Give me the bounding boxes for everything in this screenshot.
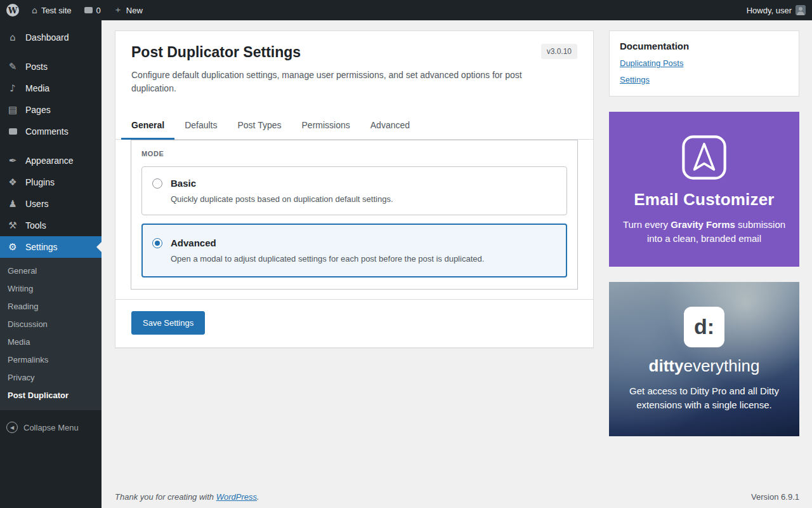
mode-option-basic[interactable]: Basic Quickly duplicate posts based on d… [141, 166, 567, 215]
page-description: Configure default duplication settings, … [131, 69, 525, 95]
mode-option-advanced[interactable]: Advanced Open a modal to adjust duplicat… [141, 224, 567, 277]
mode-fieldset: MODE Basic Quickly duplicate posts based… [131, 140, 578, 290]
advanced-radio[interactable] [152, 238, 162, 248]
submenu-item-privacy[interactable]: Privacy [0, 369, 102, 387]
submenu-item-reading[interactable]: Reading [0, 298, 102, 316]
ditty-ad-banner[interactable]: d: dittyeverything Get access to Ditty P… [609, 282, 799, 436]
ditty-logo-icon: d: [684, 307, 724, 347]
comment-bubble-icon [84, 7, 93, 13]
tools-icon: ⚒ [6, 220, 19, 231]
sidebar-item-dashboard[interactable]: ⌂ Dashboard [0, 27, 102, 48]
pages-icon: ▤ [6, 104, 19, 116]
page-title: Post Duplicator Settings [131, 44, 301, 61]
sidebar-item-comments[interactable]: Comments [0, 121, 102, 142]
menu-separator [0, 48, 102, 56]
sidebar-item-label: Settings [25, 241, 58, 253]
avatar [796, 5, 806, 15]
ditty-ad-title: dittyeverything [649, 356, 760, 376]
comments-icon [6, 126, 19, 137]
sidebar-item-settings[interactable]: ⚙ Settings [0, 236, 102, 258]
sidebar-item-plugins[interactable]: ❖ Plugins [0, 171, 102, 193]
collapse-arrow-icon: ◀ [6, 422, 18, 433]
howdy-text: Howdy, user [747, 6, 792, 15]
sidebar-item-pages[interactable]: ▤ Pages [0, 99, 102, 121]
new-content-menu[interactable]: ＋ New [107, 0, 149, 20]
option-title: Advanced [171, 237, 484, 248]
email-customizer-ad-banner[interactable]: Email Customizer Turn every Gravity Form… [609, 112, 799, 267]
sidebar-item-label: Posts [25, 61, 48, 72]
plus-icon: ＋ [114, 4, 122, 16]
site-name: Test site [41, 6, 72, 15]
new-label: New [126, 6, 143, 15]
admin-footer: Thank you for creating with WordPress. V… [102, 485, 812, 508]
brush-icon: ✒ [6, 155, 19, 166]
sidebar-item-label: Plugins [25, 177, 55, 188]
email-customizer-logo-icon [680, 133, 728, 182]
dashboard-icon: ⌂ [6, 32, 19, 43]
submenu-item-general[interactable]: General [0, 262, 102, 280]
documentation-title: Documentation [620, 41, 789, 51]
basic-radio[interactable] [152, 178, 162, 189]
wordpress-link[interactable]: WordPress [216, 492, 257, 502]
sidebar-item-media[interactable]: ♪ Media [0, 77, 102, 99]
doc-link-settings[interactable]: Settings [620, 75, 789, 84]
settings-icon: ⚙ [6, 241, 19, 253]
option-description: Quickly duplicate posts based on duplica… [171, 194, 393, 204]
sidebar-item-tools[interactable]: ⚒ Tools [0, 215, 102, 236]
sidebar-item-users[interactable]: ♟ Users [0, 193, 102, 215]
wordpress-logo-menu[interactable]: W [0, 0, 25, 20]
collapse-menu-button[interactable]: ◀ Collapse Menu [0, 415, 102, 439]
sidebar-item-label: Comments [25, 126, 69, 137]
admin-bar: W ⌂ Test site 0 ＋ New Howdy, user [0, 0, 812, 20]
submenu-item-permalinks[interactable]: Permalinks [0, 351, 102, 369]
footer-version: Version 6.9.1 [751, 492, 799, 502]
account-menu[interactable]: Howdy, user [740, 5, 812, 15]
home-icon: ⌂ [32, 5, 37, 15]
version-badge: v3.0.10 [541, 44, 577, 59]
doc-link-duplicating-posts[interactable]: Duplicating Posts [620, 58, 789, 68]
documentation-card: Documentation Duplicating Posts Settings [609, 30, 799, 97]
save-settings-button[interactable]: Save Settings [131, 311, 205, 335]
collapse-menu-label: Collapse Menu [23, 423, 79, 432]
post-duplicator-settings-card: Post Duplicator Settings v3.0.10 Configu… [115, 30, 594, 348]
sidebar-item-label: Dashboard [25, 32, 69, 43]
sidebar-item-label: Users [25, 198, 49, 210]
tab-permissions[interactable]: Permissions [292, 110, 360, 140]
site-name-link[interactable]: ⌂ Test site [25, 0, 78, 20]
plugin-icon: ❖ [6, 177, 19, 188]
media-icon: ♪ [6, 83, 19, 94]
admin-sidebar: ⌂ Dashboard ✎ Posts ♪ Media ▤ Pages Comm… [0, 20, 102, 508]
submenu-item-discussion[interactable]: Discussion [0, 316, 102, 333]
tab-general[interactable]: General [121, 110, 174, 140]
option-description: Open a modal to adjust duplicated settin… [171, 254, 484, 264]
sidebar-item-appearance[interactable]: ✒ Appearance [0, 150, 102, 171]
submenu-item-writing[interactable]: Writing [0, 280, 102, 298]
tab-defaults[interactable]: Defaults [174, 110, 227, 140]
submenu-item-media[interactable]: Media [0, 333, 102, 351]
sidebar-item-label: Appearance [25, 155, 74, 166]
sidebar-item-posts[interactable]: ✎ Posts [0, 56, 102, 77]
settings-tabs: General Defaults Post Types Permissions … [115, 110, 593, 140]
settings-card-header: Post Duplicator Settings v3.0.10 Configu… [115, 31, 593, 110]
content-area: Post Duplicator Settings v3.0.10 Configu… [102, 0, 812, 508]
mode-section-label: MODE [141, 150, 567, 157]
tab-advanced[interactable]: Advanced [360, 110, 420, 140]
option-title: Basic [171, 178, 393, 189]
sidebar-item-label: Tools [25, 220, 46, 231]
pin-icon: ✎ [6, 61, 19, 72]
menu-separator [0, 142, 102, 150]
tab-post-types[interactable]: Post Types [228, 110, 292, 140]
settings-card-footer: Save Settings [115, 299, 593, 347]
footer-thanks-text: Thank you for creating with WordPress. [115, 492, 259, 502]
comments-shortcut[interactable]: 0 [78, 0, 107, 20]
user-icon: ♟ [6, 198, 19, 210]
sidebar-item-label: Media [25, 83, 49, 94]
right-sidebar: Documentation Duplicating Posts Settings… [609, 30, 799, 436]
settings-submenu: General Writing Reading Discussion Media… [0, 258, 102, 410]
tab-panel-general: MODE Basic Quickly duplicate posts based… [115, 140, 593, 290]
ditty-ad-description: Get access to Ditty Pro and all Ditty ex… [609, 384, 799, 412]
comment-count: 0 [96, 6, 101, 15]
submenu-item-post-duplicator[interactable]: Post Duplicator [0, 387, 102, 404]
sidebar-item-label: Pages [25, 104, 51, 116]
email-ad-text: Turn every Gravity Forms submission into… [623, 218, 785, 246]
